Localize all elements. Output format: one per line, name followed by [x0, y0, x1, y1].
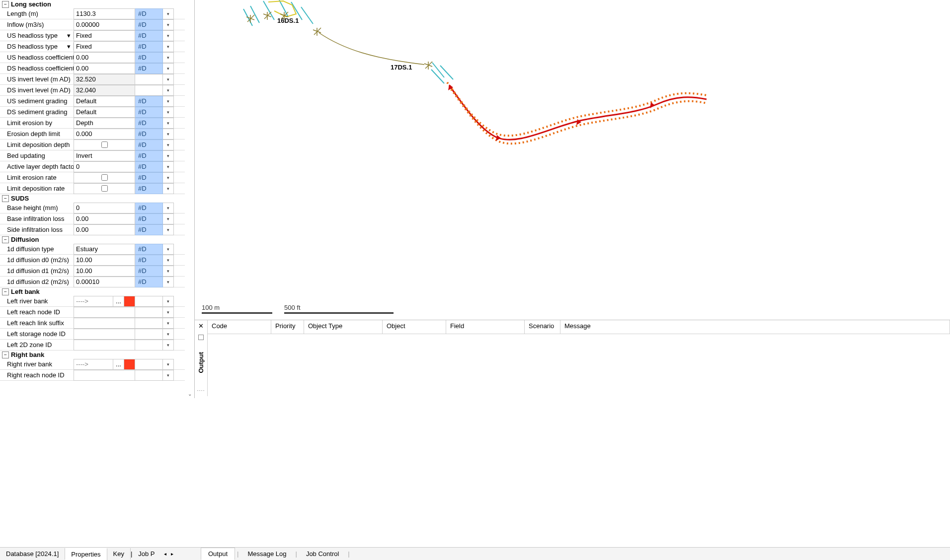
properties-scroll[interactable]: − Long section Length (m)1130.3#D Inflow…: [0, 0, 185, 398]
flag-dropdown[interactable]: [163, 140, 174, 150]
section-left-bank[interactable]: − Left bank: [0, 287, 185, 296]
row-limit-erosion-by: Limit erosion byDepth#D: [0, 118, 185, 129]
bank-color-swatch[interactable]: [124, 296, 135, 306]
tab-nav-left-icon[interactable]: ◂: [162, 551, 169, 557]
col-message[interactable]: Message: [560, 320, 950, 334]
bank-browse-button[interactable]: ...: [113, 359, 124, 369]
flag-dropdown[interactable]: [163, 296, 174, 307]
svg-line-1: [250, 6, 259, 23]
map-svg: 16DS.1 17DS.1: [195, 0, 950, 317]
close-icon[interactable]: ✕: [198, 320, 204, 332]
flag-dropdown[interactable]: [163, 52, 174, 63]
flag-dropdown[interactable]: [163, 307, 174, 318]
flag-dropdown[interactable]: [163, 150, 174, 161]
output-options-icon[interactable]: ····: [197, 387, 205, 393]
flag-dropdown[interactable]: [163, 129, 174, 140]
flag-dropdown[interactable]: [163, 96, 174, 107]
flag-dropdown[interactable]: [163, 224, 174, 235]
flag-dropdown[interactable]: [163, 63, 174, 74]
collapse-icon[interactable]: −: [2, 195, 9, 202]
row-1d-diff-d0: 1d diffusion d0 (m2/s)10.00#D: [0, 255, 185, 266]
svg-line-21: [432, 63, 444, 77]
row-limit-deposition-rate: Limit deposition rate#D: [0, 183, 185, 194]
flag-dropdown[interactable]: [163, 30, 174, 41]
flag-dropdown[interactable]: [163, 41, 174, 52]
svg-line-5: [301, 7, 313, 24]
section-title: Left bank: [11, 288, 40, 295]
bank-color-swatch[interactable]: [124, 359, 135, 369]
svg-line-23: [431, 70, 444, 83]
limit-erosion-rate-checkbox[interactable]: [101, 174, 108, 181]
flag-dropdown[interactable]: [163, 340, 174, 350]
flag-dropdown[interactable]: [163, 329, 174, 340]
flag-dropdown[interactable]: [163, 213, 174, 224]
flag-dropdown[interactable]: [163, 161, 174, 172]
flag-dropdown[interactable]: [163, 172, 174, 183]
flag-dropdown[interactable]: [163, 107, 174, 118]
tab-database[interactable]: Database [2024.1]: [0, 548, 65, 560]
section-title: Long section: [11, 0, 51, 8]
tab-message-log[interactable]: Message Log: [240, 548, 293, 560]
scroll-down-icon[interactable]: ⌄: [186, 390, 193, 397]
flag-dropdown[interactable]: [163, 359, 174, 370]
output-grid[interactable]: Code Priority Object Type Object Field S…: [208, 320, 950, 396]
row-active-layer-depth: Active layer depth factor0#D: [0, 161, 185, 172]
type-dropdown-icon[interactable]: ▾: [65, 43, 74, 50]
output-tabs: Output | Message Log | Job Control |: [195, 547, 950, 560]
row-1d-diff-type: 1d diffusion typeEstuary#D: [0, 244, 185, 255]
limit-deposition-checkbox[interactable]: [101, 141, 108, 148]
row-right-reach-node: Right reach node ID: [0, 370, 185, 381]
map-label-16ds1: 16DS.1: [277, 17, 299, 24]
output-vertical-label: Output: [197, 352, 205, 373]
svg-marker-27: [650, 102, 655, 108]
flag-dropdown[interactable]: [163, 370, 174, 381]
flag-dropdown[interactable]: [163, 244, 174, 255]
row-ds-invert: DS invert level (m AD)32.040: [0, 85, 185, 96]
properties-panel: − Long section Length (m)1130.3#D Inflow…: [0, 0, 195, 398]
svg-marker-25: [496, 135, 501, 141]
col-code[interactable]: Code: [208, 320, 271, 334]
collapse-icon[interactable]: −: [2, 1, 9, 8]
collapse-icon[interactable]: −: [2, 351, 9, 358]
row-us-sediment: US sediment gradingDefault#D: [0, 96, 185, 107]
type-dropdown-icon[interactable]: ▾: [65, 32, 74, 39]
tab-output[interactable]: Output: [201, 548, 235, 560]
tab-job-control[interactable]: Job Control: [299, 548, 346, 560]
col-field[interactable]: Field: [446, 320, 525, 334]
flag-dropdown[interactable]: [163, 74, 174, 85]
collapse-icon[interactable]: −: [2, 236, 9, 243]
row-left-river-bank: Left river bank ---->...: [0, 296, 185, 307]
flag-dropdown[interactable]: [163, 8, 174, 19]
flag-dropdown[interactable]: [163, 118, 174, 129]
col-object[interactable]: Object: [383, 320, 446, 334]
section-diffusion[interactable]: − Diffusion: [0, 235, 185, 244]
bank-browse-button[interactable]: ...: [113, 296, 124, 306]
col-priority[interactable]: Priority: [271, 320, 304, 334]
row-limit-erosion-rate: Limit erosion rate#D: [0, 172, 185, 183]
flag-dropdown[interactable]: [163, 85, 174, 96]
flag-dropdown[interactable]: [163, 318, 174, 329]
scale-bar: 100 m 500 ft: [202, 304, 394, 314]
tab-nav-right-icon[interactable]: ▸: [169, 551, 176, 557]
tab-properties[interactable]: Properties: [65, 548, 107, 560]
col-object-type[interactable]: Object Type: [304, 320, 383, 334]
flag-dropdown[interactable]: [163, 277, 174, 287]
flag-dropdown[interactable]: [163, 266, 174, 277]
tab-key[interactable]: Key: [107, 548, 131, 560]
row-right-river-bank: Right river bank ---->...: [0, 359, 185, 370]
section-right-bank[interactable]: − Right bank: [0, 350, 185, 359]
flag-dropdown[interactable]: [163, 203, 174, 213]
tab-job-p[interactable]: Job P: [132, 548, 160, 560]
flag-dropdown[interactable]: [163, 255, 174, 266]
map-canvas[interactable]: 16DS.1 17DS.1: [195, 0, 950, 317]
flag-dropdown[interactable]: [163, 19, 174, 30]
collapse-icon[interactable]: −: [2, 288, 9, 295]
output-checkbox[interactable]: [198, 335, 204, 340]
limit-deposition-rate-checkbox[interactable]: [101, 185, 108, 192]
row-length: Length (m)1130.3#D: [0, 8, 185, 19]
section-long-section[interactable]: − Long section: [0, 0, 185, 8]
left-tabs: Database [2024.1] Properties Key | Job P…: [0, 547, 195, 560]
section-suds[interactable]: − SUDS: [0, 194, 185, 203]
col-scenario[interactable]: Scenario: [525, 320, 560, 334]
flag-dropdown[interactable]: [163, 183, 174, 194]
